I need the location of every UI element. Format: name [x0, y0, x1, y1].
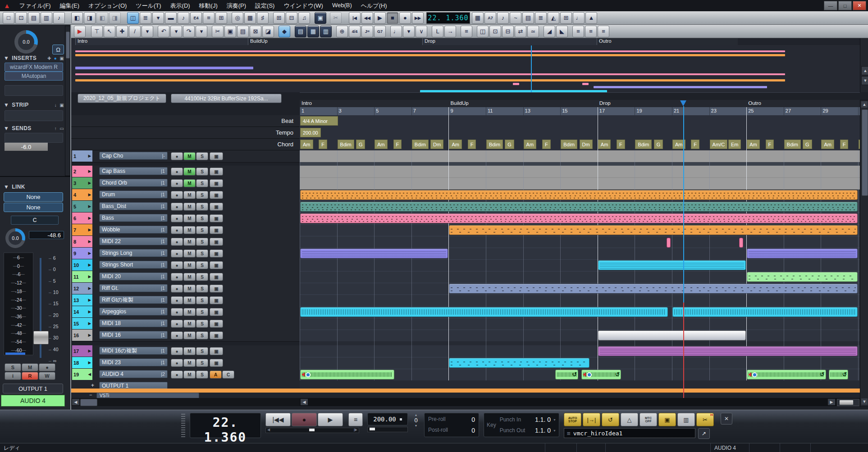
punch-in-value[interactable]: 1.1. 0 [535, 416, 551, 423]
menu-item-7[interactable]: 設定(S) [251, 2, 279, 10]
menu-item-1[interactable]: 編集(E) [55, 2, 84, 10]
track-rec-button[interactable]: ● [171, 261, 183, 269]
list-dropdown-button[interactable]: ▾ [152, 12, 164, 24]
track-rec-button[interactable]: ● [171, 273, 183, 281]
note-pair-button[interactable]: ♫ [298, 12, 310, 24]
clip-track11[interactable] [747, 272, 858, 282]
track-solo-button[interactable]: S [196, 359, 208, 367]
tl-tempo-lane[interactable] [300, 127, 860, 139]
record-button[interactable]: ● [399, 12, 411, 24]
strip-header[interactable]: ▼STRIP ↓ ▣ [4, 101, 64, 108]
track-mute-button[interactable]: M [183, 371, 196, 379]
tl-zoom-thumb[interactable] [839, 400, 854, 405]
track-solo-button[interactable]: S [196, 285, 208, 293]
marker-insert-button[interactable]: ⊟ [286, 12, 297, 24]
track-name-field[interactable]: Bass_Dist|1 [99, 202, 168, 210]
track-number-tab[interactable]: 2▶ [72, 166, 92, 177]
track-input-monitor-button[interactable]: ▣ [210, 320, 223, 328]
navigator-section-drop[interactable]: Drop [422, 38, 599, 45]
menu-item-10[interactable]: ヘルプ(H) [356, 2, 392, 10]
grid-settings-button[interactable]: ⊞ [560, 12, 572, 24]
insert-circle-button[interactable]: ⊕ [336, 26, 348, 37]
track-name-field[interactable]: MIDI 22|1 [99, 237, 168, 245]
clip-loop-icon[interactable]: ↺ [615, 371, 620, 378]
lane-style-1-button[interactable]: ≡ [572, 26, 584, 37]
mixer-button[interactable]: ▬ [165, 12, 177, 24]
track-mute-button[interactable]: M [183, 273, 196, 281]
chord-badge[interactable]: F [691, 140, 699, 149]
tempo-badge[interactable]: 200.00 [300, 128, 321, 137]
clip-loop-icon[interactable]: ↺ [842, 371, 847, 378]
track-input-monitor-button[interactable]: ▣ [210, 226, 223, 234]
navigator-scrollbar[interactable]: ▲▼ [860, 38, 868, 92]
mix-down-button[interactable]: ✂ [330, 12, 342, 24]
delete-button[interactable]: ⊠ [250, 26, 261, 37]
main-position-display[interactable]: 22. 1.360 00:00:25:12 [190, 413, 261, 438]
track-rec-button[interactable]: ● [171, 238, 183, 246]
window-collapse-button[interactable]: ⊟ [502, 26, 514, 37]
track-mute-button[interactable]: M [183, 203, 196, 211]
track-input-monitor-button[interactable]: ▣ [210, 296, 223, 304]
menu-item-0[interactable]: ファイル(F) [15, 2, 55, 10]
menu-item-6[interactable]: 演奏(P) [222, 2, 251, 10]
menu-item-9[interactable]: Web(B) [328, 2, 356, 10]
import-audio-button[interactable]: ♪ [53, 12, 65, 24]
track-solo-button[interactable]: S [196, 191, 208, 199]
track-number-tab[interactable]: 1▶ [72, 150, 92, 162]
playhead-triangle[interactable] [680, 100, 686, 106]
track-name-field[interactable]: Bass|1 [99, 214, 168, 222]
track-name-field[interactable]: MIDI 23|1 [99, 358, 168, 366]
track-input-monitor-button[interactable]: ▣ [210, 179, 223, 187]
song-editor-button[interactable]: ◫ [127, 12, 139, 24]
chord-badge[interactable]: Am [375, 140, 388, 149]
track-number-tab[interactable]: 3▶ [72, 177, 92, 189]
chord-badge[interactable]: F [393, 140, 402, 149]
link-header[interactable]: ▼LINK [4, 183, 64, 190]
track-input-monitor-button[interactable]: ▣ [210, 273, 223, 281]
track-input-monitor-button[interactable]: ▣ [210, 331, 223, 339]
track-solo-button[interactable]: S [196, 152, 208, 160]
chord-badge[interactable]: Bdim [486, 140, 503, 149]
chord-badge[interactable]: Am [747, 140, 760, 149]
clip-track9[interactable] [747, 249, 858, 258]
track-expand-icon[interactable]: ▶ [88, 240, 91, 244]
a7-chord-button[interactable]: A7 [484, 12, 496, 24]
postroll-value[interactable]: 0 [471, 427, 475, 434]
open-file-button[interactable]: ⊡ [15, 12, 27, 24]
track-name-field[interactable]: Cap Bass|1 [99, 167, 168, 175]
midi-pin-marker[interactable] [667, 238, 671, 248]
track-solo-button[interactable]: S [196, 296, 208, 304]
redo-dropdown-button[interactable]: ▾ [196, 26, 207, 37]
inserts-header[interactable]: ▼INSERTS ✚ ● ▣ [4, 54, 64, 62]
output-button[interactable]: OUTPUT 1 [3, 384, 63, 393]
swap-button[interactable]: ⇄ [515, 26, 526, 37]
clip-track16[interactable] [598, 330, 746, 340]
fdf-button[interactable]: ▤ [522, 12, 534, 24]
nav-scroll-up-button[interactable]: ▲ [861, 66, 868, 75]
chord-badge[interactable]: F [840, 140, 849, 149]
audio-echo-button[interactable]: ◨ [84, 12, 96, 24]
clip-track14[interactable] [300, 307, 668, 317]
insert-slot-2[interactable]: MAutopan [5, 72, 63, 81]
io-button[interactable]: AUDIO 4 [1, 395, 65, 407]
meter-lane-button[interactable]: ≡ [461, 26, 472, 37]
track-expand-icon[interactable]: ▶ [88, 298, 91, 302]
track-expand-icon[interactable]: ◀ [88, 372, 91, 376]
beat-badge[interactable]: 4/4 A Minor [300, 116, 338, 126]
track-name-field[interactable]: Riff Gtの複製|1 [99, 296, 168, 304]
clip-track6[interactable] [300, 213, 858, 223]
keyboard-view-button[interactable]: ▦ [244, 12, 256, 24]
audio-input-button[interactable]: ◧ [71, 12, 83, 24]
window-dup-button[interactable]: ⊡ [489, 26, 501, 37]
track-mute-button[interactable]: M [183, 238, 196, 246]
track-solo-button[interactable]: S [196, 179, 208, 187]
redo-button[interactable]: ↷ [183, 26, 195, 37]
rec-monitor-button[interactable]: ◧ [96, 12, 108, 24]
clip-track10[interactable] [598, 260, 746, 270]
time-signature-button[interactable]: 4/4 [349, 26, 361, 37]
tl-scroll-right-button[interactable]: ▶ [828, 399, 835, 405]
chord-badge[interactable]: Am [300, 140, 313, 149]
track-rec-button[interactable]: ● [171, 167, 183, 176]
timeline-vscrollbar[interactable]: ▲▼ [860, 100, 868, 407]
rec-echo-button[interactable]: ◨ [109, 12, 121, 24]
